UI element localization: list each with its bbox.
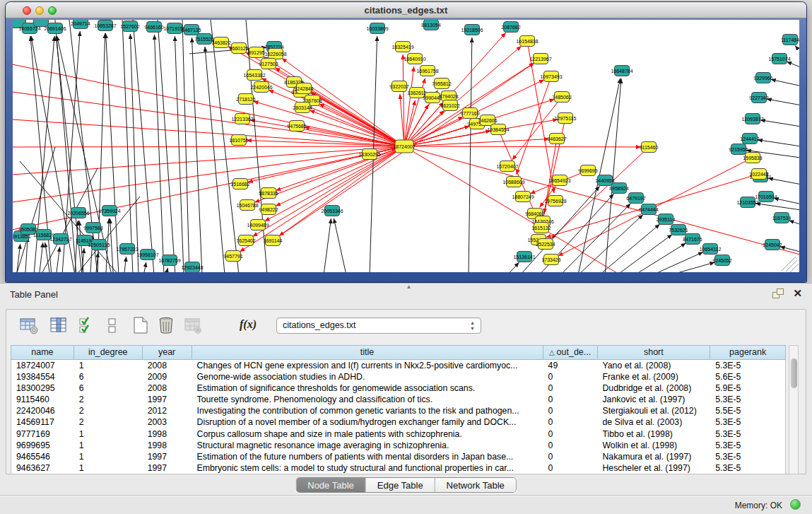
network-node[interactable]: 1167534 [772, 213, 792, 223]
network-node[interactable]: 16961758 [416, 66, 438, 76]
network-edge[interactable] [110, 218, 113, 272]
row-check-icon[interactable] [77, 315, 98, 337]
network-node[interactable]: 1117484 [781, 35, 799, 45]
network-edge[interactable] [279, 150, 400, 236]
network-node[interactable]: 9466160 [144, 22, 163, 33]
float-panel-icon[interactable] [772, 288, 784, 298]
network-node[interactable]: 2087682 [501, 22, 520, 33]
network-edge[interactable] [154, 35, 164, 272]
table-row[interactable]: 1830029562008Estimation of significance … [11, 382, 785, 394]
network-edge[interactable] [410, 146, 641, 147]
network-node[interactable]: 16033809 [366, 23, 388, 34]
network-node[interactable]: 9245052 [712, 255, 731, 266]
resize-grip-icon[interactable] [790, 264, 799, 272]
network-edge[interactable] [211, 20, 239, 272]
network-edge[interactable] [41, 168, 98, 272]
network-edge[interactable] [276, 148, 399, 206]
network-node[interactable]: 17957223 [116, 244, 138, 255]
table-row[interactable]: 977716911998Corpus callosum shape and si… [11, 428, 785, 440]
column-header-year[interactable]: year [143, 346, 192, 359]
table-row[interactable]: 911546021997Tourette syndrome. Phenomeno… [11, 394, 785, 405]
network-edge[interactable] [787, 62, 799, 69]
network-edge[interactable] [403, 54, 404, 141]
network-node[interactable]: 20053346 [321, 206, 343, 216]
network-node[interactable]: 1244413 [740, 134, 759, 144]
network-node[interactable]: 16648784 [611, 66, 632, 76]
network-node[interactable]: 1733426 [541, 255, 560, 265]
network-edge[interactable] [767, 99, 799, 106]
network-node[interactable]: 18640910 [404, 54, 425, 64]
network-node[interactable]: 16782759 [158, 255, 180, 266]
new-table-icon[interactable] [131, 315, 152, 337]
network-edge[interactable] [98, 33, 105, 272]
network-node[interactable]: 10653287 [94, 21, 116, 31]
network-node[interactable]: 18325419 [392, 42, 413, 52]
network-node[interactable]: 7955812 [432, 78, 451, 89]
network-edge[interactable] [167, 268, 167, 272]
network-node[interactable]: 15136141 [513, 252, 535, 262]
table-row[interactable]: 1872400712008Changes of HCN gene express… [11, 360, 785, 371]
network-edge[interactable] [771, 79, 799, 87]
network-edge[interactable] [79, 221, 83, 272]
network-canvas[interactable]: 1405572420691406204971410653287152760294… [13, 20, 799, 272]
network-node[interactable]: 2049714 [71, 20, 90, 29]
network-node[interactable]: 8813054 [421, 20, 440, 30]
network-node[interactable]: 9242844 [294, 83, 313, 94]
network-node[interactable]: 18724007 [393, 140, 415, 153]
table-row[interactable]: 1456911722003Disruption of a novel membe… [11, 416, 785, 428]
column-header-out-degree[interactable]: △out_de... [543, 346, 598, 359]
network-edge[interactable] [182, 20, 189, 272]
close-panel-icon[interactable]: ✕ [793, 287, 802, 300]
network-node[interactable]: 12213967 [529, 54, 551, 64]
network-node[interactable]: 9997588 [83, 223, 102, 233]
network-edge[interactable] [57, 247, 60, 272]
network-node[interactable]: 10688609 [502, 177, 524, 187]
network-edge[interactable] [13, 90, 399, 146]
network-edge[interactable] [760, 120, 799, 127]
network-edge[interactable] [175, 36, 184, 272]
network-node[interactable]: 8471676 [683, 234, 702, 245]
network-node[interactable]: 9463627 [547, 134, 566, 144]
network-edge[interactable] [400, 94, 404, 141]
network-edge[interactable] [795, 45, 797, 48]
network-node[interactable]: 18807249 [512, 192, 534, 202]
network-node[interactable]: 7532621 [669, 225, 688, 235]
network-edge[interactable] [406, 100, 416, 141]
tab-node-table[interactable]: Node Table [296, 478, 366, 492]
network-node[interactable]: 5878335 [259, 188, 278, 199]
network-node[interactable]: 9498222 [259, 204, 278, 215]
network-node[interactable]: 7485063 [552, 92, 571, 103]
network-node[interactable]: 9660125 [229, 43, 248, 54]
network-node[interactable]: 9215955 [729, 144, 748, 155]
network-node[interactable]: 9329966 [753, 73, 772, 83]
network-node[interactable]: 10654112 [700, 244, 722, 255]
network-node[interactable]: 7463822 [211, 37, 230, 48]
network-node[interactable]: 2803144 [293, 103, 312, 113]
network-node[interactable]: 15046788 [236, 200, 258, 211]
network-node[interactable]: 7625402 [236, 235, 255, 246]
network-node[interactable]: 9699695 [578, 165, 597, 176]
network-edge[interactable] [13, 119, 399, 146]
network-node[interactable]: 2718126 [236, 94, 255, 105]
network-edge[interactable] [774, 198, 799, 205]
network-node[interactable]: 9474444 [639, 204, 658, 215]
network-node[interactable]: 9245042 [763, 240, 782, 250]
resize-grip-icon[interactable] [786, 260, 797, 271]
column-visibility-icon[interactable] [49, 315, 70, 337]
column-header-pagerank[interactable]: pagerank [710, 346, 785, 359]
network-edge[interactable] [755, 204, 799, 211]
network-node[interactable]: 2522534 [536, 239, 555, 250]
table-scrollbar[interactable] [789, 345, 799, 474]
network-edge[interactable] [652, 252, 703, 272]
network-edge[interactable] [40, 243, 43, 272]
tab-edge-table[interactable]: Edge Table [366, 478, 435, 492]
network-node[interactable]: 19654923 [548, 175, 570, 186]
column-header-in-degree[interactable]: in_degree [74, 346, 143, 359]
network-edge[interactable] [334, 218, 346, 272]
checkbox-list-icon[interactable] [102, 315, 124, 337]
table-settings-icon[interactable] [19, 315, 40, 337]
network-node[interactable]: 15720407 [496, 161, 518, 172]
network-node[interactable]: 1595838 [743, 153, 762, 163]
network-edge[interactable] [158, 20, 175, 272]
network-node[interactable]: 2935114 [657, 214, 676, 225]
